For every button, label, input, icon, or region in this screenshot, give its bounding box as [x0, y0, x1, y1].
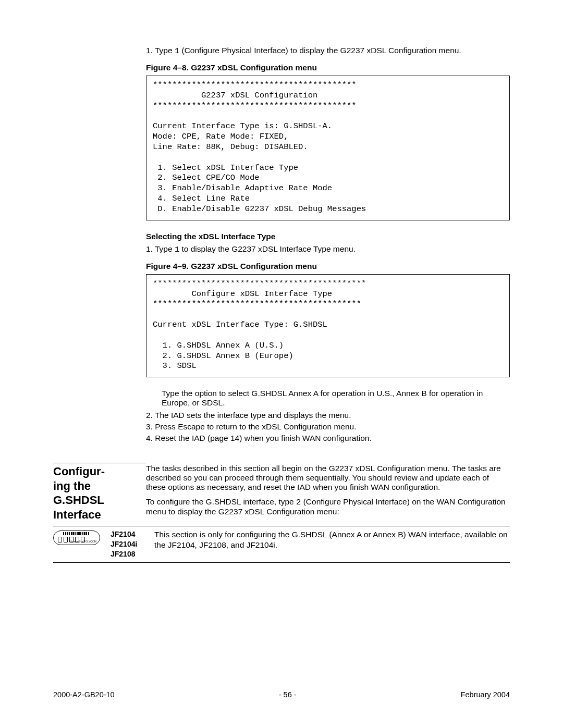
step-1-suffix: (Configure Physical Interface) to displa… — [179, 46, 461, 55]
post-fig49-item4: 4. Reset the IAD (page 14) when you fini… — [146, 434, 510, 443]
figure-4-9-caption: Figure 4–9. G2237 xDSL Configuration men… — [146, 262, 510, 271]
selecting-xdsl-heading: Selecting the xDSL Interface Type — [146, 232, 510, 241]
post-fig49-para: Type the option to select G.SHDSL Annex … — [162, 389, 510, 408]
post-fig49-item2: 2. The IAD sets the interface type and d… — [146, 411, 510, 420]
note-model-1: JF2104i — [111, 539, 154, 549]
section-para-1: The tasks described in this section all … — [146, 464, 510, 492]
footer-center: - 56 - — [279, 690, 297, 699]
select-step-1-prefix: 1. Type — [146, 244, 175, 253]
section-para-2-prefix: To configure the G.SHDSL interface, type — [146, 497, 296, 506]
select-step-1: 1. Type 1 to display the G2237 xDSL Inte… — [146, 244, 510, 254]
figure-4-9-code: ****************************************… — [146, 274, 510, 377]
step-1-prefix: 1. Type — [146, 46, 175, 55]
select-step-1-suffix: to display the G2237 xDSL Interface Type… — [179, 244, 356, 253]
model-note-row: Hotwire® ● POLYCOM JF2104 JF2104i JF2108… — [53, 526, 510, 563]
section-body: The tasks described in this section all … — [146, 463, 510, 521]
select-step-1-code: 1 — [175, 245, 179, 254]
post-fig49-item3: 3. Press Escape to return to the xDSL Co… — [146, 422, 510, 431]
figure-4-8-caption: Figure 4–8. G2237 xDSL Configuration men… — [146, 63, 510, 72]
section-para-2-code: 2 — [296, 498, 301, 507]
figure-4-8-code: ****************************************… — [146, 76, 510, 220]
section-configuring-gshdsl: Configur- ing the G.SHDSL Interface The … — [53, 463, 510, 522]
device-icon-slots — [63, 532, 89, 535]
note-text: This section is only for configuring the… — [154, 529, 510, 550]
document-page: 1. Type 1 (Configure Physical Interface)… — [0, 0, 563, 728]
side-heading-configuring: Configur- ing the G.SHDSL Interface — [53, 463, 146, 522]
step-1-code: 1 — [175, 46, 179, 56]
note-models: JF2104 JF2104i JF2108 — [111, 529, 154, 559]
page-footer: 2000-A2-GB20-10 - 56 - February 2004 — [53, 690, 510, 699]
note-model-0: JF2104 — [111, 529, 154, 539]
main-column: 1. Type 1 (Configure Physical Interface)… — [146, 46, 510, 443]
device-icon: Hotwire® ● POLYCOM — [53, 530, 100, 545]
section-para-2: To configure the G.SHDSL interface, type… — [146, 497, 510, 516]
footer-left: 2000-A2-GB20-10 — [53, 690, 115, 699]
footer-right: February 2004 — [461, 690, 510, 699]
step-1-intro: 1. Type 1 (Configure Physical Interface)… — [146, 46, 510, 56]
device-icon-col: Hotwire® ● POLYCOM — [53, 529, 111, 545]
note-model-2: JF2108 — [111, 549, 154, 559]
device-icon-label: Hotwire® ● POLYCOM — [70, 540, 96, 543]
